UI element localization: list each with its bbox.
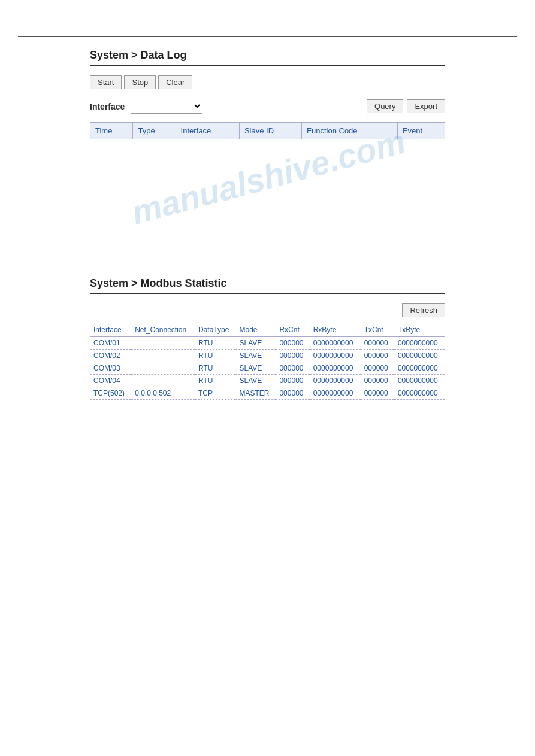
data-log-buttons: Start Stop Clear: [90, 75, 445, 89]
modbus-cell: 0000000000: [394, 350, 445, 362]
modbus-cell: [131, 337, 195, 350]
modbus-col-datatype: DataType: [195, 323, 235, 337]
modbus-cell: 000000: [276, 350, 309, 362]
col-interface: Interface: [176, 123, 239, 139]
modbus-cell: 000000: [361, 375, 394, 387]
modbus-cell: SLAVE: [235, 337, 276, 350]
modbus-cell: 000000: [361, 362, 394, 375]
modbus-cell: TCP: [195, 387, 235, 400]
top-divider: [18, 36, 517, 37]
interface-select[interactable]: COM01 COM02 COM03 COM04 TCP(502): [131, 99, 202, 114]
modbus-table: InterfaceNet_ConnectionDataTypeModeRxCnt…: [90, 323, 445, 400]
modbus-cell: COM/03: [90, 362, 131, 375]
modbus-row: COM/04RTUSLAVE00000000000000000000000000…: [90, 375, 445, 387]
modbus-cell: 0000000000: [310, 375, 361, 387]
modbus-cell: 0000000000: [310, 337, 361, 350]
modbus-cell: COM/02: [90, 350, 131, 362]
modbus-cell: 0000000000: [394, 337, 445, 350]
modbus-cell: RTU: [195, 375, 235, 387]
col-type: Type: [133, 123, 176, 139]
col-event: Event: [397, 123, 445, 139]
modbus-row: COM/02RTUSLAVE00000000000000000000000000…: [90, 350, 445, 362]
watermark-container: manualshive.com: [90, 139, 445, 259]
modbus-cell: 0.0.0.0:502: [131, 387, 195, 400]
refresh-button[interactable]: Refresh: [402, 303, 445, 317]
modbus-col-rxbyte: RxByte: [310, 323, 361, 337]
stop-button[interactable]: Stop: [124, 75, 156, 89]
modbus-cell: SLAVE: [235, 350, 276, 362]
modbus-col-net-connection: Net_Connection: [131, 323, 195, 337]
modbus-cell: 0000000000: [310, 387, 361, 400]
modbus-col-mode: Mode: [235, 323, 276, 337]
modbus-cell: 000000: [276, 362, 309, 375]
modbus-cell: 000000: [276, 387, 309, 400]
interface-label: Interface: [90, 102, 125, 111]
modbus-cell: RTU: [195, 337, 235, 350]
modbus-cell: TCP(502): [90, 387, 131, 400]
modbus-row: TCP(502)0.0.0.0:502TCPMASTER000000000000…: [90, 387, 445, 400]
data-log-title: System > Data Log: [90, 49, 445, 66]
modbus-cell: RTU: [195, 362, 235, 375]
modbus-cell: SLAVE: [235, 375, 276, 387]
modbus-cell: COM/04: [90, 375, 131, 387]
modbus-cell: [131, 375, 195, 387]
clear-button[interactable]: Clear: [158, 75, 192, 89]
modbus-col-interface: Interface: [90, 323, 131, 337]
modbus-cell: 0000000000: [394, 375, 445, 387]
modbus-col-txcnt: TxCnt: [361, 323, 394, 337]
col-function-code: Function Code: [302, 123, 398, 139]
modbus-col-txbyte: TxByte: [394, 323, 445, 337]
col-time: Time: [90, 123, 133, 139]
export-button[interactable]: Export: [407, 99, 445, 113]
modbus-col-rxcnt: RxCnt: [276, 323, 309, 337]
modbus-cell: [131, 350, 195, 362]
modbus-cell: 0000000000: [310, 350, 361, 362]
modbus-section: System > Modbus Statistic Refresh Interf…: [90, 277, 445, 400]
modbus-cell: [131, 362, 195, 375]
modbus-cell: 0000000000: [394, 387, 445, 400]
modbus-cell: 000000: [361, 337, 394, 350]
modbus-row: COM/01RTUSLAVE00000000000000000000000000…: [90, 337, 445, 350]
modbus-row: COM/03RTUSLAVE00000000000000000000000000…: [90, 362, 445, 375]
query-button[interactable]: Query: [367, 99, 403, 113]
data-log-table: Time Type Interface Slave ID Function Co…: [90, 122, 445, 139]
modbus-cell: 000000: [361, 387, 394, 400]
modbus-cell: RTU: [195, 350, 235, 362]
start-button[interactable]: Start: [90, 75, 122, 89]
modbus-cell: 000000: [276, 375, 309, 387]
interface-row: Interface COM01 COM02 COM03 COM04 TCP(50…: [90, 99, 445, 114]
modbus-cell: COM/01: [90, 337, 131, 350]
modbus-cell: MASTER: [235, 387, 276, 400]
modbus-cell: 000000: [276, 337, 309, 350]
col-slave-id: Slave ID: [239, 123, 301, 139]
modbus-cell: 0000000000: [394, 362, 445, 375]
refresh-row: Refresh: [90, 303, 445, 317]
modbus-title: System > Modbus Statistic: [90, 277, 445, 294]
modbus-cell: SLAVE: [235, 362, 276, 375]
modbus-cell: 0000000000: [310, 362, 361, 375]
modbus-cell: 000000: [361, 350, 394, 362]
